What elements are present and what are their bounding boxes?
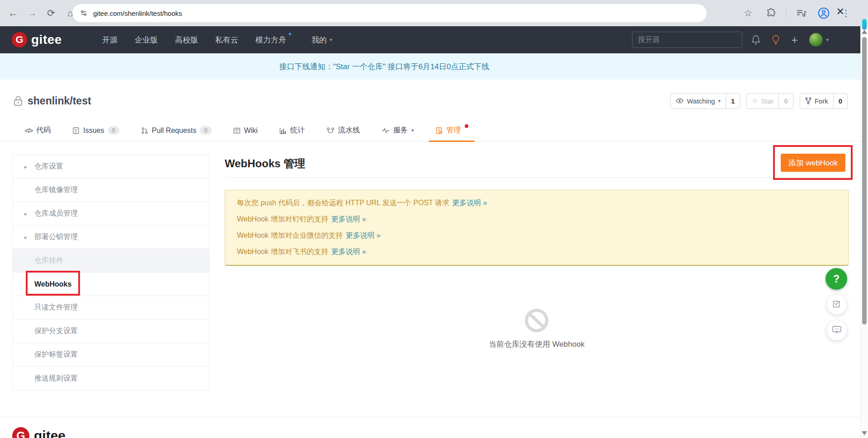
back-icon[interactable]: ← xyxy=(4,4,23,22)
sidebar-item-repo-widgets[interactable]: 仓库挂件 xyxy=(13,249,209,273)
webhook-notice-box: 每次您 push 代码后，都会给远程 HTTP URL 发送一个 POST 请求… xyxy=(225,190,849,266)
empty-state-text: 当前仓库没有使用 Webhook xyxy=(225,339,849,349)
sidebar-item-repo-settings[interactable]: ▸ 仓库设置 xyxy=(13,155,209,179)
fork-count[interactable]: 0 xyxy=(833,94,847,108)
chevron-right-icon: ▸ xyxy=(24,164,27,170)
code-icon: </> xyxy=(25,127,33,134)
manage-icon xyxy=(435,127,443,134)
reload-icon[interactable]: ⟳ xyxy=(42,4,61,22)
tab-issues[interactable]: Issues 0 xyxy=(61,120,130,141)
tab-code[interactable]: </> 代码 xyxy=(25,120,61,141)
eye-icon xyxy=(676,98,684,104)
page-scrollbar[interactable] xyxy=(860,26,868,438)
pulse-icon xyxy=(382,127,390,134)
sidebar-item-label: 仓库设置 xyxy=(34,162,63,171)
watching-button[interactable]: Watching ▾ 1 xyxy=(670,93,740,109)
footer-gitee-logo[interactable]: G gitee xyxy=(12,427,66,438)
nav-item-label: 模力方舟 xyxy=(255,36,286,44)
notice-text: WebHook 增加对钉钉的支持 xyxy=(237,215,328,223)
nav-item-private-cloud[interactable]: 私有云 xyxy=(215,35,238,45)
sidebar-item-deploy-keys[interactable]: ▸ 部署公钥管理 xyxy=(13,226,209,249)
search-input[interactable] xyxy=(632,32,742,48)
watching-label: Watching xyxy=(687,97,715,105)
tab-pipeline[interactable]: 流水线 xyxy=(316,120,371,141)
feedback-edit-button[interactable] xyxy=(827,295,847,315)
scrollbar-up-arrow[interactable] xyxy=(862,30,867,34)
issues-count-badge: 0 xyxy=(108,126,119,135)
sidebar-item-push-rules[interactable]: 推送规则设置 xyxy=(13,367,209,390)
sidebar-item-mirror-management[interactable]: 仓库镜像管理 xyxy=(13,179,209,202)
section-divider xyxy=(225,177,854,178)
sidebar-item-label: WebHooks xyxy=(34,280,71,288)
tab-pull-requests[interactable]: Pull Requests 0 xyxy=(130,120,222,141)
sidebar-item-label: 推送规则设置 xyxy=(34,374,78,383)
tab-wiki[interactable]: Wiki xyxy=(222,120,269,141)
fork-label: Fork xyxy=(815,97,828,105)
tab-label: Wiki xyxy=(244,127,258,135)
site-settings-icon[interactable] xyxy=(80,9,88,17)
chevron-down-icon: ▾ xyxy=(826,37,829,43)
star-count[interactable]: 0 xyxy=(778,94,793,108)
tab-manage[interactable]: 管理 xyxy=(425,120,479,141)
chevron-down-icon: ▾ xyxy=(411,127,414,133)
toolbar-divider xyxy=(786,8,786,18)
tab-label: Pull Requests xyxy=(152,127,197,135)
more-info-link[interactable]: 更多说明 » xyxy=(452,199,487,207)
more-info-link[interactable]: 更多说明 » xyxy=(331,215,366,223)
issues-icon xyxy=(72,127,80,134)
url-text[interactable]: gitee.com/shenlink/test/hooks xyxy=(93,9,182,17)
settings-sidebar: ▸ 仓库设置 仓库镜像管理 ▸ 仓库成员管理 ▸ 部署公钥管理 仓库挂件 Web… xyxy=(12,155,209,391)
bookmark-star-icon[interactable]: ☆ xyxy=(741,4,755,22)
tab-services[interactable]: 服务 ▾ xyxy=(371,120,425,141)
watching-count[interactable]: 1 xyxy=(726,94,740,108)
sparkle-icon: ✦ xyxy=(288,31,292,38)
sidebar-item-protected-branches[interactable]: 保护分支设置 xyxy=(13,320,209,343)
banner-close-icon[interactable]: ✕ xyxy=(836,7,844,17)
scrollbar-thumb[interactable] xyxy=(862,37,867,325)
nav-item-enterprise[interactable]: 企业版 xyxy=(135,35,158,45)
star-button[interactable]: ☆ Star 0 xyxy=(746,93,793,109)
browser-profile-avatar[interactable] xyxy=(817,4,830,22)
create-new-plus-icon[interactable]: + xyxy=(791,34,798,46)
nav-item-education[interactable]: 高校版 xyxy=(175,35,198,45)
pr-count-badge: 0 xyxy=(200,126,211,135)
more-info-link[interactable]: 更多说明 » xyxy=(345,231,380,239)
sidebar-item-readonly-files[interactable]: 只读文件管理 xyxy=(13,296,209,320)
nav-item-opensource[interactable]: 开源 xyxy=(102,35,118,45)
empty-state: 当前仓库没有使用 Webhook xyxy=(225,308,849,349)
nav-item-mine[interactable]: 我的 ▾ xyxy=(311,35,332,45)
help-button[interactable]: ? xyxy=(826,268,847,290)
forward-icon[interactable]: → xyxy=(23,4,42,22)
notifications-bell-icon[interactable] xyxy=(751,35,760,45)
gitee-logo-icon: G xyxy=(12,32,27,47)
avatar xyxy=(809,33,823,47)
page-footer: G gitee xyxy=(0,417,868,438)
nav-item-model-ark[interactable]: 模力方舟 ✦ xyxy=(255,35,286,45)
notice-line: WebHook 增加对企业微信的支持更多说明 » xyxy=(237,231,836,240)
media-controls-icon[interactable] xyxy=(795,4,808,22)
notification-dot xyxy=(465,124,468,128)
notice-text: WebHook 增加对飞书的支持 xyxy=(237,248,328,255)
notice-text: 每次您 push 代码后，都会给远程 HTTP URL 发送一个 POST 请求 xyxy=(237,199,449,207)
address-bar[interactable]: gitee.com/shenlink/test/hooks xyxy=(72,4,707,22)
fork-button[interactable]: Fork 0 xyxy=(800,93,848,109)
chevron-down-icon: ▾ xyxy=(718,98,721,104)
tab-label: Issues xyxy=(83,127,104,135)
sidebar-item-protected-tags[interactable]: 保护标签设置 xyxy=(13,343,209,367)
user-avatar-menu[interactable]: ▾ xyxy=(809,33,829,47)
more-info-link[interactable]: 更多说明 » xyxy=(331,248,366,255)
scroll-position-marker xyxy=(862,19,867,30)
gitee-logo[interactable]: G gitee xyxy=(12,32,62,47)
comments-button[interactable] xyxy=(827,320,847,340)
gitee-webhooks-page: ← → ⟳ ⌂ gitee.com/shenlink/test/hooks ☆ … xyxy=(0,0,868,438)
tips-bulb-icon[interactable] xyxy=(772,35,780,45)
sidebar-item-member-management[interactable]: ▸ 仓库成员管理 xyxy=(13,202,209,226)
add-webhook-button[interactable]: 添加 webHook xyxy=(781,154,845,172)
chart-icon xyxy=(279,127,287,134)
scrollbar-down-arrow[interactable] xyxy=(862,431,867,435)
tab-statistics[interactable]: 统计 xyxy=(269,120,316,141)
extensions-icon[interactable] xyxy=(764,4,777,22)
repo-tabs: </> 代码 Issues 0 Pull Requests 0 Wiki xyxy=(0,120,868,141)
notice-line: 每次您 push 代码后，都会给远程 HTTP URL 发送一个 POST 请求… xyxy=(237,198,836,208)
sidebar-item-webhooks[interactable]: WebHooks xyxy=(13,273,209,296)
